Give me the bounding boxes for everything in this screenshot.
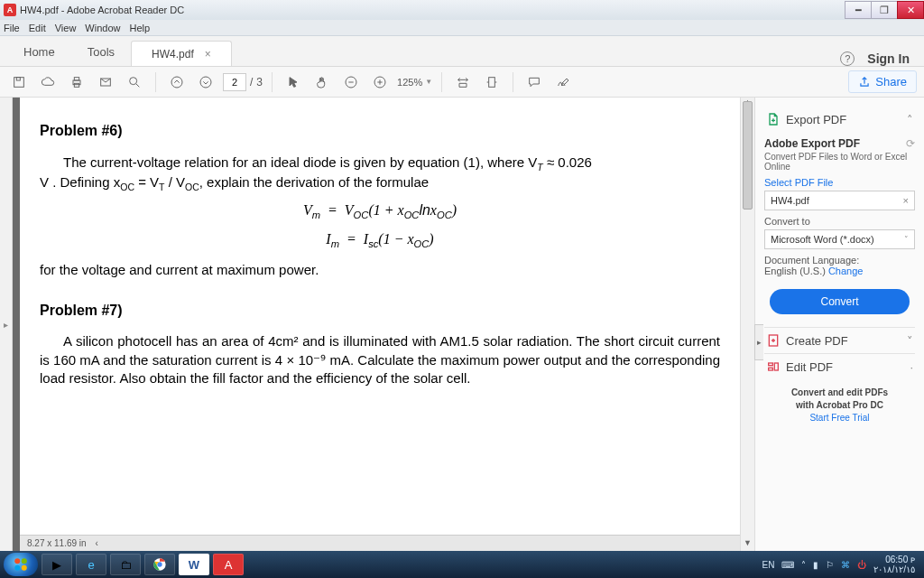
page-status-bar: 8.27 x 11.69 in ‹ — [20, 535, 740, 551]
convert-button[interactable]: Convert — [770, 289, 910, 314]
doc-language-value: English (U.S.) — [764, 266, 826, 276]
menu-view[interactable]: View — [55, 23, 77, 33]
fit-width-icon[interactable] — [451, 70, 475, 94]
export-pdf-header[interactable]: Export PDF ˄ — [764, 107, 915, 132]
selected-file-name: HW4.pdf — [771, 195, 809, 206]
menu-edit[interactable]: Edit — [29, 23, 46, 33]
p7-paragraph: A silicon photocell has an area of 4cm² … — [40, 332, 720, 387]
tray-keyboard-icon[interactable]: ⌨ — [781, 560, 794, 570]
menu-file[interactable]: File — [4, 23, 20, 33]
print-icon[interactable] — [65, 70, 88, 94]
taskbar-explorer[interactable]: 🗀 — [110, 554, 141, 575]
page-down-icon[interactable] — [194, 70, 217, 94]
window-titlebar: A HW4.pdf - Adobe Acrobat Reader DC ━ ❐ … — [0, 0, 924, 20]
create-pdf-header[interactable]: Create PDF ˅ — [764, 327, 915, 353]
share-button[interactable]: Share — [848, 70, 917, 93]
page-number-input[interactable] — [223, 73, 246, 91]
help-icon[interactable]: ? — [840, 51, 855, 66]
tray-bluetooth-icon[interactable]: ⌘ — [841, 560, 850, 570]
p6-paragraph-2: V . Defining xOC = VT / VOC, explain the… — [40, 173, 720, 193]
svg-rect-19 — [774, 363, 778, 370]
edit-pdf-icon — [766, 359, 781, 374]
menu-window[interactable]: Window — [85, 23, 120, 33]
nav-pane-toggle[interactable]: ▸ — [0, 98, 13, 551]
taskbar-media-player[interactable]: ▶ — [42, 554, 72, 575]
tab-close-icon[interactable]: × — [205, 48, 211, 61]
tab-strip: Home Tools HW4.pdf × ? Sign In — [0, 36, 924, 67]
comment-icon[interactable] — [522, 70, 546, 94]
doc-language-label: Document Language: — [764, 255, 915, 266]
taskbar-ie[interactable]: e — [76, 554, 106, 575]
tray-clock[interactable]: 06:50 ᴘ ٢٠١٨/١٢/١٥ — [873, 555, 915, 574]
pointer-icon[interactable] — [282, 70, 305, 94]
fit-page-icon[interactable] — [480, 70, 504, 94]
svg-point-6 — [130, 77, 137, 84]
separator — [272, 72, 273, 92]
refresh-icon[interactable]: ⟳ — [906, 137, 915, 150]
zoom-level[interactable]: 125%▼ — [397, 77, 432, 88]
taskbar-acrobat[interactable]: A — [213, 554, 244, 575]
tray-power-icon[interactable]: ⏻ — [857, 560, 866, 570]
windows-taskbar: ▶ e 🗀 W A EN ⌨ ˄ ▮ ⚐ ⌘ ⏻ 06:50 ᴘ ٢٠١٨/١٢… — [0, 551, 924, 578]
scroll-thumb[interactable] — [743, 101, 753, 210]
minimize-button[interactable]: ━ — [845, 1, 872, 19]
cloud-icon[interactable] — [36, 70, 60, 94]
tray-date: ٢٠١٨/١٢/١٥ — [873, 564, 915, 574]
start-button[interactable] — [4, 553, 38, 576]
change-language-link[interactable]: Change — [828, 266, 864, 276]
tray-language[interactable]: EN — [762, 560, 775, 570]
pane-collapse-handle[interactable]: ▸ — [754, 324, 763, 360]
page-dimensions: 8.27 x 11.69 in — [27, 537, 87, 550]
svg-rect-15 — [489, 77, 495, 87]
convert-target-value: Microsoft Word (*.docx) — [771, 234, 874, 245]
create-pdf-icon — [766, 333, 781, 348]
svg-point-8 — [171, 77, 182, 88]
menu-help[interactable]: Help — [129, 23, 150, 33]
window-title: HW4.pdf - Adobe Acrobat Reader DC — [20, 5, 184, 15]
tools-pane: ▸ Export PDF ˄ Adobe Export PDF ⟳ Conver… — [754, 98, 924, 551]
page-sep: / — [250, 76, 253, 89]
search-icon[interactable] — [123, 70, 146, 94]
maximize-button[interactable]: ❐ — [871, 1, 898, 19]
status-arrow: ‹ — [96, 537, 98, 550]
edit-pdf-label: Edit PDF — [786, 360, 833, 374]
zoom-in-icon[interactable] — [368, 70, 392, 94]
vertical-scrollbar[interactable]: ▲ ▼ — [740, 98, 754, 551]
app-icon: A — [4, 4, 16, 16]
zoom-out-icon[interactable] — [339, 70, 363, 94]
close-button[interactable]: ✕ — [897, 1, 924, 19]
formula-im: Im = Isc(1 − xOC) — [40, 229, 720, 251]
heading-problem-6: Problem #6) — [40, 121, 720, 141]
sign-in-link[interactable]: Sign In — [867, 51, 910, 66]
separator — [513, 72, 513, 92]
mail-icon[interactable] — [94, 70, 117, 94]
tab-document-label: HW4.pdf — [152, 48, 194, 61]
sign-icon[interactable] — [551, 70, 575, 94]
start-trial-link[interactable]: Start Free Trial — [809, 413, 869, 423]
tray-action-icon[interactable]: ⚐ — [826, 560, 834, 570]
svg-point-23 — [22, 565, 27, 571]
share-icon — [858, 76, 871, 89]
taskbar-word[interactable]: W — [179, 554, 209, 575]
hand-icon[interactable] — [310, 70, 334, 94]
svg-point-25 — [157, 562, 162, 566]
page-up-icon[interactable] — [165, 70, 189, 94]
taskbar-chrome[interactable] — [144, 554, 175, 575]
share-label: Share — [875, 75, 907, 89]
tab-document[interactable]: HW4.pdf × — [131, 41, 232, 66]
select-file-link[interactable]: Select PDF File — [764, 177, 915, 188]
document-viewport: Problem #6) The current-voltage relation… — [13, 98, 740, 551]
convert-target-select[interactable]: Microsoft Word (*.docx) ˅ — [764, 229, 915, 249]
tab-home[interactable]: Home — [7, 38, 71, 66]
save-icon[interactable] — [7, 70, 31, 94]
edit-pdf-header[interactable]: Edit PDF · — [764, 353, 915, 379]
tray-chevron-up-icon[interactable]: ˄ — [801, 560, 806, 570]
separator — [155, 72, 156, 92]
clear-file-icon[interactable]: × — [903, 195, 909, 206]
scroll-down-icon[interactable]: ▼ — [741, 538, 754, 551]
tab-tools[interactable]: Tools — [71, 38, 131, 66]
chevron-down-icon: ˅ — [907, 334, 913, 348]
tray-network-icon[interactable]: ▮ — [813, 560, 818, 570]
svg-line-7 — [136, 84, 139, 87]
export-subtitle: Convert PDF Files to Word or Excel Onlin… — [764, 152, 915, 172]
